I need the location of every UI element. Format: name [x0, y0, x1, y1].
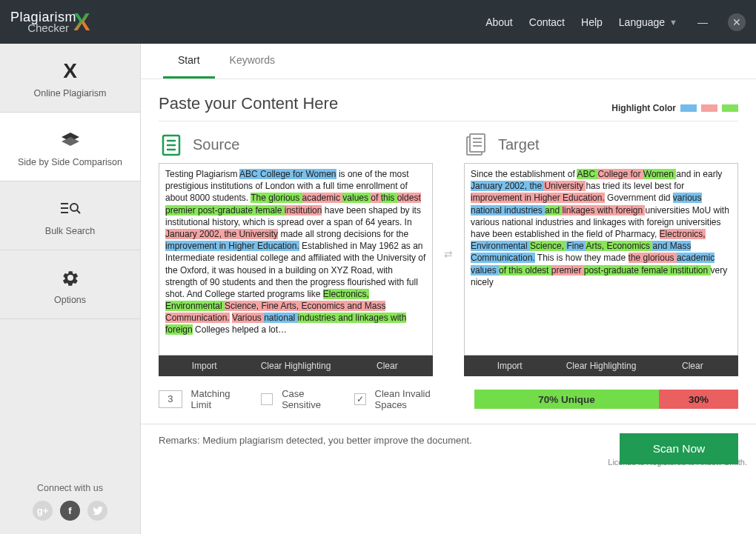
gear-icon	[62, 267, 79, 289]
source-textarea[interactable]: Testing Plagiarism ABC College for Women…	[159, 163, 433, 356]
source-import-button[interactable]: Import	[159, 356, 250, 376]
connect-label: Connect with us	[0, 483, 140, 493]
target-actionbar: Import Clear Highlighting Clear	[464, 356, 738, 376]
swatch-green	[722, 104, 738, 112]
sidebar-item-options[interactable]: Options	[0, 250, 140, 319]
source-label: Source	[193, 136, 239, 153]
clean-invalid-label: Clean Invalid Spaces	[375, 388, 465, 410]
target-panel: Target Since the establishment of ABC Co…	[464, 132, 738, 376]
target-textarea[interactable]: Since the establishment of ABC College f…	[464, 163, 738, 356]
x-icon: X	[63, 60, 77, 82]
top-menu: About Contact Help Language ▼ — ✕	[485, 13, 746, 31]
matching-limit-label: Matching Limit	[191, 388, 253, 410]
swatch-red	[701, 104, 717, 112]
target-clear-highlighting-button[interactable]: Clear Highlighting	[555, 356, 646, 376]
source-clear-button[interactable]: Clear	[342, 356, 433, 376]
result-bar: 70% Unique 30%	[474, 390, 738, 409]
chevron-down-icon: ▼	[669, 18, 677, 27]
source-panel: Source Testing Plagiarism ABC College fo…	[159, 132, 433, 376]
connect-block: Connect with us g+ f	[0, 473, 140, 534]
sidebar: X Online Plagiarism Side by Side Compari…	[0, 44, 141, 534]
target-label: Target	[498, 136, 540, 153]
app-logo: Plagiarism Checker X	[10, 7, 90, 36]
menu-help[interactable]: Help	[581, 16, 603, 28]
source-actionbar: Import Clear Highlighting Clear	[159, 356, 433, 376]
source-clear-highlighting-button[interactable]: Clear Highlighting	[250, 356, 341, 376]
matching-limit-input[interactable]: 3	[159, 390, 182, 408]
facebook-icon[interactable]: f	[60, 501, 80, 521]
content-area: Start Keywords Paste your Content Here H…	[141, 44, 756, 534]
duplicate-percent: 30%	[659, 390, 738, 409]
googleplus-icon[interactable]: g+	[33, 501, 53, 521]
sidebar-item-bulk-search[interactable]: Bulk Search	[0, 181, 140, 250]
target-import-button[interactable]: Import	[464, 356, 555, 376]
tab-start[interactable]: Start	[163, 44, 215, 79]
minimize-button[interactable]: —	[694, 13, 712, 31]
menu-about[interactable]: About	[485, 16, 513, 28]
bulk-search-icon	[59, 198, 82, 220]
document-check-icon	[159, 132, 184, 157]
logo-x-icon: X	[73, 7, 90, 36]
svg-point-5	[70, 204, 78, 211]
case-sensitive-label: Case Sensitive	[282, 388, 345, 410]
swatch-blue	[680, 104, 697, 112]
page-title: Paste your Content Here	[159, 94, 338, 113]
unique-percent: 70% Unique	[474, 390, 659, 409]
tabs: Start Keywords	[141, 44, 756, 79]
twitter-icon[interactable]	[87, 501, 107, 521]
sidebar-item-side-by-side[interactable]: Side by Side Comparison	[0, 113, 140, 181]
menu-language[interactable]: Language ▼	[619, 16, 677, 28]
svg-line-6	[77, 210, 80, 213]
top-bar: Plagiarism Checker X About Contact Help …	[0, 0, 756, 44]
clean-invalid-checkbox[interactable]: ✓	[354, 393, 366, 405]
document-icon	[464, 132, 489, 157]
sidebar-item-online-plagiarism[interactable]: X Online Plagiarism	[0, 44, 140, 113]
target-clear-button[interactable]: Clear	[647, 356, 738, 376]
menu-contact[interactable]: Contact	[529, 16, 565, 28]
scan-now-button[interactable]: Scan Now	[620, 433, 738, 464]
swap-icon[interactable]: ⇄	[443, 248, 454, 260]
layers-icon	[60, 129, 81, 151]
close-button[interactable]: ✕	[728, 13, 746, 31]
svg-marker-1	[62, 137, 79, 146]
highlight-color-legend: Highlight Color	[611, 103, 738, 113]
tab-keywords[interactable]: Keywords	[215, 44, 290, 79]
case-sensitive-checkbox[interactable]	[261, 393, 273, 405]
